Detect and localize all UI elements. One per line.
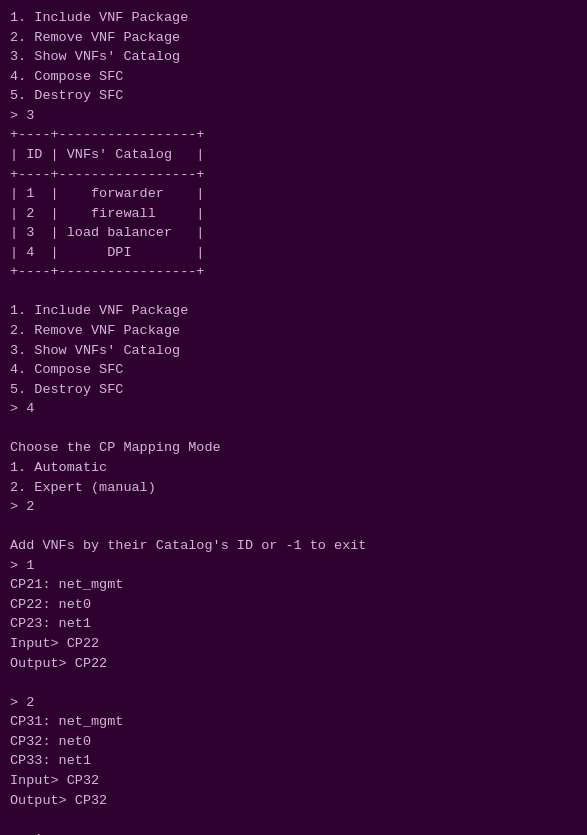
terminal-output: 1. Include VNF Package 2. Remove VNF Pac… (10, 8, 577, 835)
